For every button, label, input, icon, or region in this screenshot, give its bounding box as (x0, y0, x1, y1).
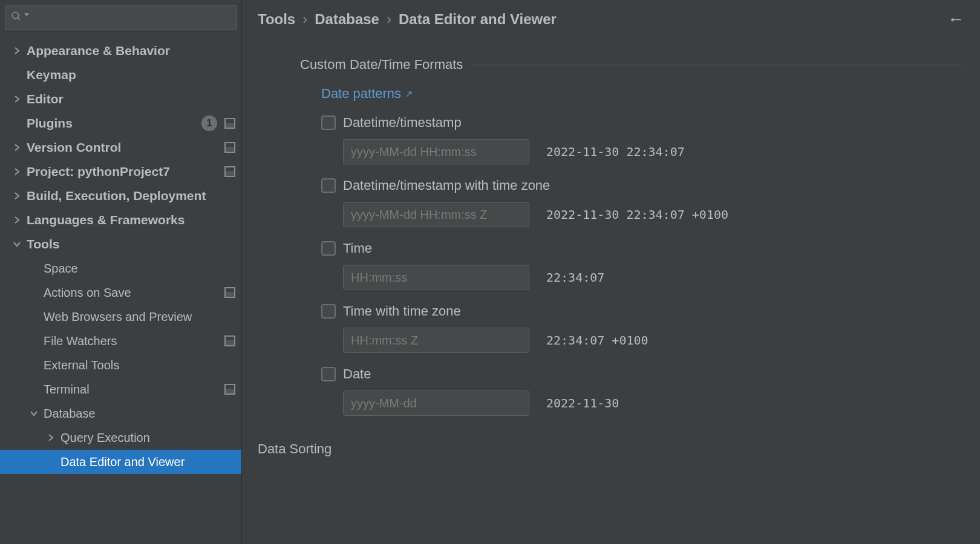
search-dropdown-icon[interactable] (24, 13, 29, 16)
sidebar-item-plugins[interactable]: Plugins1 (0, 111, 241, 135)
sidebar-item-data-editor-and-viewer[interactable]: Data Editor and Viewer (0, 450, 241, 474)
sidebar-item-version-control[interactable]: Version Control (0, 135, 241, 160)
settings-sidebar: Appearance & BehaviorKeymapEditorPlugins… (0, 0, 242, 544)
sidebar-item-label: Version Control (27, 140, 222, 155)
sidebar-item-label: Languages & Frameworks (27, 213, 235, 227)
chevron-down-icon[interactable] (29, 409, 39, 418)
settings-tree: Appearance & BehaviorKeymapEditorPlugins… (0, 35, 241, 474)
chevron-right-icon[interactable] (12, 94, 22, 104)
sidebar-item-database[interactable]: Database (0, 401, 241, 426)
link-label: Date patterns (321, 86, 401, 102)
search-input[interactable] (5, 5, 237, 30)
sidebar-item-label: Editor (27, 92, 235, 106)
sidebar-item-tools[interactable]: Tools (0, 232, 241, 256)
format-label: Date (343, 366, 371, 382)
data-sorting-title: Data Sorting (258, 441, 964, 457)
breadcrumb-item-database[interactable]: Database (315, 11, 379, 28)
sidebar-item-file-watchers[interactable]: File Watchers (0, 329, 241, 353)
breadcrumb: Tools › Database › Data Editor and Viewe… (242, 0, 980, 39)
chevron-right-icon[interactable] (12, 46, 22, 56)
sidebar-item-label: Space (44, 262, 235, 276)
format-preview: 22:34:07 (546, 270, 604, 285)
search-wrap (0, 0, 241, 35)
chevron-right-icon[interactable] (12, 191, 22, 201)
sidebar-item-label: Project: pythonProject7 (27, 164, 222, 179)
breadcrumb-item-current: Data Editor and Viewer (399, 11, 557, 28)
format-label: Datetime/timestamp (343, 115, 462, 131)
group-title-row: Custom Date/Time Formats (300, 57, 964, 73)
sidebar-item-appearance-behavior[interactable]: Appearance & Behavior (0, 39, 241, 63)
project-scope-icon (224, 142, 235, 153)
group-divider (474, 65, 964, 65)
project-scope-icon (224, 166, 235, 177)
chevron-down-icon[interactable] (12, 239, 22, 249)
project-scope-icon (224, 335, 235, 346)
sidebar-item-query-execution[interactable]: Query Execution (0, 426, 241, 450)
chevron-right-icon[interactable] (12, 143, 22, 152)
sidebar-item-build-execution-deployment[interactable]: Build, Execution, Deployment (0, 184, 241, 208)
format-field-block: Time with time zone22:34:07 +0100 (321, 303, 964, 353)
date-patterns-link[interactable]: Date patterns ↗ (321, 86, 413, 102)
format-preview: 22:34:07 +0100 (546, 333, 648, 348)
project-scope-icon (224, 118, 235, 129)
sidebar-item-label: Database (44, 407, 235, 421)
sidebar-item-editor[interactable]: Editor (0, 87, 241, 111)
chevron-right-icon[interactable] (12, 167, 22, 176)
sidebar-item-languages-frameworks[interactable]: Languages & Frameworks (0, 208, 241, 232)
svg-point-0 (12, 12, 19, 19)
sidebar-item-label: Plugins (27, 116, 201, 131)
format-checkbox[interactable] (321, 178, 336, 193)
sidebar-item-label: Data Editor and Viewer (60, 455, 235, 469)
format-field-block: Datetime/timestamp2022-11-30 22:34:07 (321, 115, 964, 164)
breadcrumb-sep: › (302, 11, 307, 28)
sidebar-item-label: Keymap (27, 68, 235, 82)
content: Custom Date/Time Formats Date patterns ↗… (242, 39, 980, 544)
format-label: Datetime/timestamp with time zone (343, 178, 550, 193)
svg-line-1 (18, 18, 20, 20)
breadcrumb-item-tools[interactable]: Tools (258, 11, 295, 28)
format-preview: 2022-11-30 22:34:07 (546, 144, 685, 159)
format-pattern-input[interactable] (343, 328, 529, 353)
format-preview: 2022-11-30 22:34:07 +0100 (546, 207, 728, 222)
main-panel: Tools › Database › Data Editor and Viewe… (242, 0, 980, 544)
format-pattern-input[interactable] (343, 265, 529, 290)
sidebar-item-web-browsers-and-preview[interactable]: Web Browsers and Preview (0, 305, 241, 329)
sidebar-item-label: Web Browsers and Preview (44, 310, 235, 324)
format-field-block: Time22:34:07 (321, 241, 964, 290)
format-pattern-input[interactable] (343, 139, 529, 164)
format-checkbox[interactable] (321, 115, 336, 130)
sidebar-item-label: External Tools (44, 358, 235, 372)
format-checkbox[interactable] (321, 367, 336, 381)
group-title: Custom Date/Time Formats (300, 57, 463, 73)
format-checkbox[interactable] (321, 304, 336, 319)
sidebar-item-label: Query Execution (60, 431, 235, 445)
format-label: Time with time zone (343, 303, 461, 319)
back-button[interactable]: ← (947, 10, 964, 29)
sidebar-item-project-pythonproject7[interactable]: Project: pythonProject7 (0, 160, 241, 184)
format-preview: 2022-11-30 (546, 396, 619, 410)
format-field-block: Datetime/timestamp with time zone2022-11… (321, 178, 964, 227)
sidebar-item-terminal[interactable]: Terminal (0, 377, 241, 401)
chevron-right-icon[interactable] (12, 215, 22, 225)
chevron-right-icon[interactable] (46, 433, 56, 442)
format-pattern-input[interactable] (343, 202, 529, 227)
sidebar-item-label: Terminal (44, 383, 222, 397)
format-pattern-input[interactable] (343, 390, 529, 416)
format-checkbox[interactable] (321, 241, 336, 256)
sidebar-item-space[interactable]: Space (0, 256, 241, 280)
sidebar-item-label: Actions on Save (44, 286, 222, 300)
sidebar-item-label: Build, Execution, Deployment (27, 189, 235, 203)
format-field-block: Date2022-11-30 (321, 366, 964, 416)
sidebar-item-keymap[interactable]: Keymap (0, 63, 241, 87)
breadcrumb-sep: › (387, 11, 391, 28)
format-label: Time (343, 241, 372, 256)
sidebar-item-label: Appearance & Behavior (27, 44, 235, 58)
badge: 1 (201, 115, 217, 131)
sidebar-item-external-tools[interactable]: External Tools (0, 353, 241, 377)
sidebar-item-actions-on-save[interactable]: Actions on Save (0, 280, 241, 305)
sidebar-item-label: Tools (27, 237, 235, 251)
project-scope-icon (224, 287, 235, 298)
search-icon (11, 11, 22, 24)
external-link-icon: ↗ (405, 88, 413, 100)
project-scope-icon (224, 384, 235, 395)
